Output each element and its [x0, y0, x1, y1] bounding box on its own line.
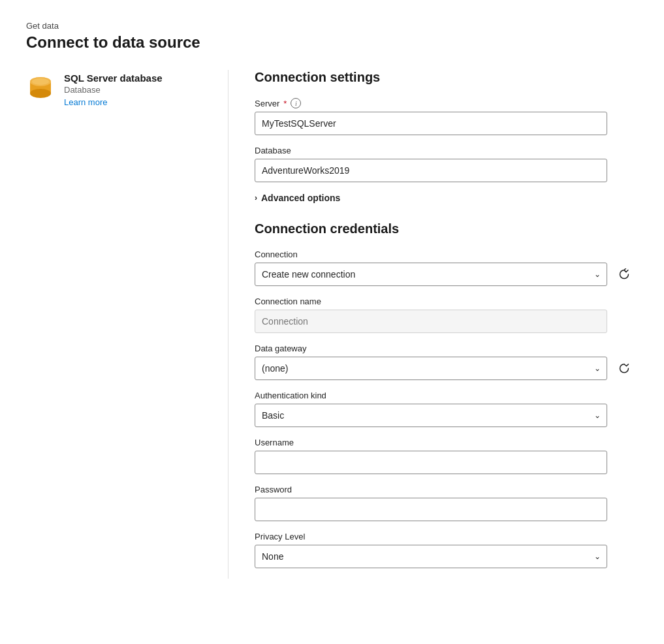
auth-kind-select-wrapper: Basic ⌄ [255, 404, 607, 427]
connection-settings-title: Connection settings [255, 70, 638, 85]
username-group: Username [255, 438, 638, 474]
svg-point-2 [30, 89, 51, 98]
data-gateway-select-row: (none) ⌄ [255, 357, 638, 380]
connection-select-wrapper: Create new connection ⌄ [255, 263, 607, 286]
db-info: SQL Server database Database Learn more [64, 72, 163, 107]
data-gateway-label: Data gateway [255, 344, 638, 353]
breadcrumb: Get data [26, 21, 638, 31]
auth-kind-group: Authentication kind Basic ⌄ [255, 391, 638, 427]
password-input[interactable] [255, 498, 607, 521]
connection-label: Connection [255, 250, 638, 259]
data-gateway-group: Data gateway (none) ⌄ [255, 344, 638, 380]
privacy-level-select-wrapper: None ⌄ [255, 545, 607, 568]
info-icon[interactable]: i [291, 98, 301, 108]
data-gateway-refresh-button[interactable] [614, 358, 635, 379]
auth-kind-select[interactable]: Basic [255, 404, 607, 427]
username-input[interactable] [255, 451, 607, 474]
username-label: Username [255, 438, 638, 447]
credentials-title: Connection credentials [255, 221, 638, 236]
learn-more-link[interactable]: Learn more [64, 97, 163, 107]
privacy-level-group: Privacy Level None ⌄ [255, 532, 638, 568]
password-label: Password [255, 485, 638, 494]
refresh-icon [618, 268, 630, 280]
connection-select[interactable]: Create new connection [255, 263, 607, 286]
db-type: Database [64, 85, 163, 95]
server-input[interactable] [255, 112, 607, 135]
database-label: Database [255, 146, 638, 155]
connection-refresh-button[interactable] [614, 264, 635, 285]
db-name: SQL Server database [64, 72, 163, 84]
server-group: Server * i [255, 98, 638, 135]
advanced-options-toggle[interactable]: › Advanced options [255, 193, 638, 203]
server-label: Server * i [255, 98, 638, 108]
right-panel: Connection settings Server * i Database … [229, 70, 638, 579]
auth-kind-label: Authentication kind [255, 391, 638, 400]
connection-select-row: Create new connection ⌄ [255, 263, 638, 286]
database-group: Database [255, 146, 638, 182]
database-input[interactable] [255, 159, 607, 182]
sql-server-icon [26, 74, 55, 103]
required-star: * [283, 99, 287, 108]
credentials-section: Connection credentials Connection Create… [255, 221, 638, 568]
left-panel: SQL Server database Database Learn more [26, 70, 229, 579]
connection-name-label: Connection name [255, 297, 638, 306]
privacy-level-select[interactable]: None [255, 545, 607, 568]
page-title: Connect to data source [26, 33, 638, 52]
refresh-icon-2 [618, 362, 630, 374]
password-group: Password [255, 485, 638, 521]
advanced-options-label: Advanced options [261, 193, 340, 203]
data-gateway-select-wrapper: (none) ⌄ [255, 357, 607, 380]
chevron-right-icon: › [255, 193, 257, 202]
privacy-level-label: Privacy Level [255, 532, 638, 541]
data-gateway-select[interactable]: (none) [255, 357, 607, 380]
connection-group: Connection Create new connection ⌄ [255, 250, 638, 286]
connection-name-group: Connection name [255, 297, 638, 333]
svg-point-4 [32, 78, 49, 85]
connection-name-input[interactable] [255, 310, 607, 333]
